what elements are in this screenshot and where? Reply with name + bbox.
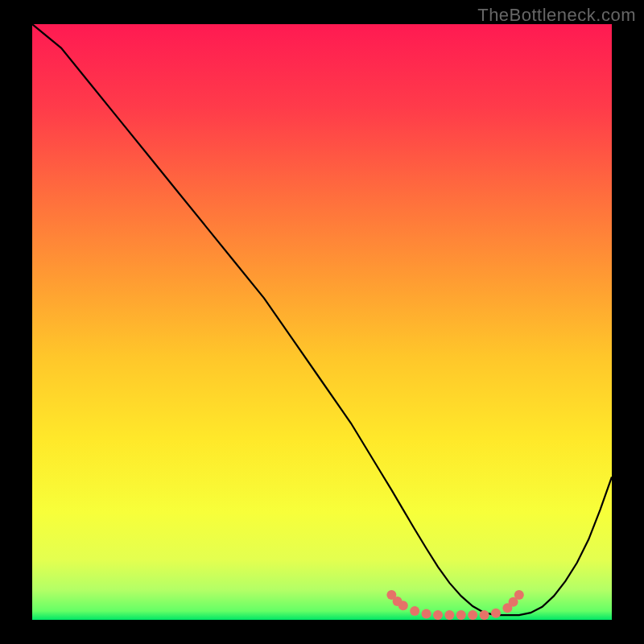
plot-outer [32, 24, 612, 620]
chart-frame: TheBottleneck.com [0, 0, 644, 644]
svg-rect-0 [32, 24, 612, 620]
watermark-text: TheBottleneck.com [477, 5, 636, 26]
plot-background-gradient [32, 24, 612, 620]
